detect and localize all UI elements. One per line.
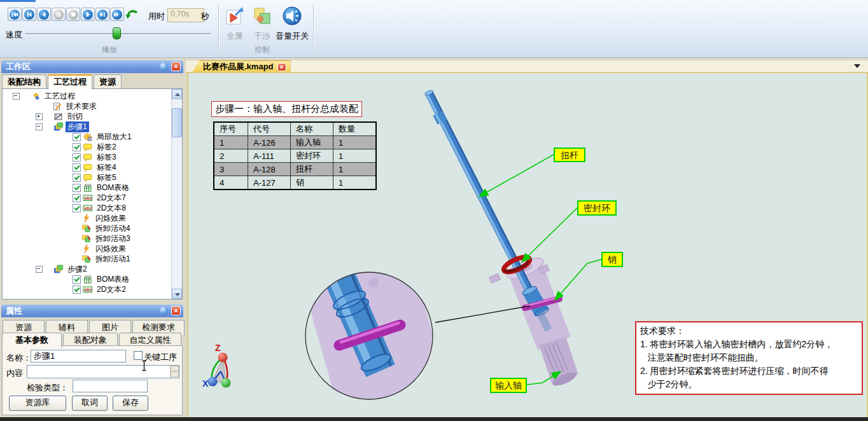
保存-button[interactable]: 保存 — [113, 396, 148, 411]
bom-cell: 4 — [214, 176, 248, 190]
axis-triad[interactable]: Z X — [202, 343, 231, 389]
tree-item-局部放大1[interactable]: 局部放大1 — [3, 132, 171, 142]
check-type-input[interactable] — [73, 380, 148, 392]
skip-start-button[interactable] — [8, 8, 22, 21]
tree-item-label: 步骤1 — [66, 121, 89, 132]
tree-item-标签5[interactable]: 标签5 — [3, 172, 171, 183]
tree-item-技术要求[interactable]: 技术要求 — [3, 101, 171, 111]
magnifier-leader-line — [435, 306, 530, 322]
tree-item-label: 闪烁效果 — [94, 244, 128, 254]
visibility-checkbox[interactable] — [73, 174, 81, 182]
fullscreen-button[interactable]: 全屏 — [221, 6, 248, 42]
tree-item-标签4[interactable]: 标签4 — [3, 162, 171, 172]
tree-item-label: 拆卸活动4 — [94, 223, 132, 234]
tree-item-标签2[interactable]: 标签2 — [3, 142, 171, 152]
visibility-checkbox[interactable] — [73, 275, 81, 284]
interference-button[interactable]: 干涉 — [250, 6, 274, 42]
prop-tab-基本参数[interactable]: 基本参数 — [2, 333, 62, 349]
tree-item-BOM表格[interactable]: BOMBOM表格 — [3, 274, 171, 284]
toolbar-separator — [313, 4, 314, 52]
bubble-icon — [83, 163, 92, 172]
tree-item-步骤2[interactable]: 步骤2 — [3, 264, 171, 274]
scrollbar-thumb[interactable] — [172, 108, 182, 137]
document-tab[interactable]: 比赛作品展.kmapd × — [192, 60, 291, 72]
bom-row: 4A-127销1 — [214, 176, 376, 190]
visibility-checkbox[interactable] — [73, 204, 81, 212]
visibility-checkbox[interactable] — [73, 163, 81, 172]
spinner-icon[interactable] — [170, 366, 179, 378]
visibility-checkbox[interactable] — [73, 184, 81, 192]
play-back-icon — [39, 10, 48, 19]
pause-icon — [54, 10, 63, 19]
tree-item-label: 工艺过程 — [43, 91, 77, 102]
tree-item-剖切[interactable]: 剖切 — [3, 111, 171, 121]
collapse-icon[interactable] — [36, 266, 43, 273]
bom-cell: A-111 — [248, 149, 291, 163]
3d-viewport[interactable]: Z X 步骤一：输入轴、扭杆分总成装配 序号代号名称数量1A-126输入轴12A… — [187, 72, 868, 418]
flash-icon — [81, 214, 91, 223]
tab-overflow-icon[interactable] — [854, 64, 860, 68]
skip-end-button[interactable] — [110, 8, 124, 21]
workspace-panel-header: 工作区 × — [1, 60, 183, 73]
bom-cell: 扭杆 — [291, 163, 333, 176]
play-button[interactable] — [81, 8, 95, 21]
tree-item-标签3[interactable]: 标签3 — [3, 152, 171, 162]
step-next-button[interactable] — [95, 8, 109, 21]
workspace-tab-装配结构[interactable]: 装配结构 — [2, 74, 46, 90]
input-shaft-housing[interactable] — [489, 254, 578, 388]
visibility-checkbox[interactable] — [73, 143, 81, 151]
scroll-up-icon[interactable] — [172, 89, 182, 99]
stop-button[interactable] — [66, 8, 80, 21]
properties-close-icon[interactable]: × — [171, 306, 181, 315]
tree-item-拆卸活动1[interactable]: 拆卸活动1 — [3, 254, 171, 264]
volume-toggle-button[interactable]: 音量开关 — [274, 6, 310, 42]
tree-item-拆卸活动3[interactable]: 拆卸活动3 — [3, 233, 171, 244]
window-bottom-edge — [0, 417, 868, 421]
tree-item-步骤1[interactable]: 步骤1 — [3, 121, 171, 132]
pause-button[interactable] — [52, 8, 66, 21]
elapsed-time-field[interactable]: 0.70s — [167, 8, 204, 22]
tree-item-BOM表格[interactable]: BOMBOM表格 — [3, 183, 171, 193]
scroll-down-icon[interactable] — [172, 289, 182, 299]
play-back-button[interactable] — [37, 8, 51, 21]
close-document-icon[interactable]: × — [277, 63, 286, 71]
loop-button[interactable] — [125, 8, 139, 21]
tree-item-2D文本8[interactable]: abc2D文本8 — [3, 203, 171, 213]
autohide-pin-icon[interactable] — [160, 307, 168, 315]
tech-requirement-line: 注意装配时密封环不能扭曲。 — [640, 351, 858, 364]
tree-item-label: 标签2 — [95, 142, 118, 153]
workspace-tab-资源[interactable]: 资源 — [94, 74, 122, 90]
bubble-icon — [83, 142, 92, 151]
part-label-input-shaft: 输入轴 — [490, 378, 527, 393]
tree-item-闪烁效果[interactable]: 闪烁效果 — [3, 244, 171, 254]
step-prev-button[interactable] — [22, 8, 36, 21]
tree-item-工艺过程[interactable]: 工艺过程 — [3, 91, 171, 101]
visibility-checkbox[interactable] — [73, 133, 81, 141]
collapse-icon[interactable] — [13, 93, 20, 100]
bom-icon: BOM — [83, 183, 92, 192]
visibility-checkbox[interactable] — [73, 153, 81, 162]
visibility-checkbox[interactable] — [73, 194, 81, 202]
expand-icon[interactable] — [36, 113, 43, 120]
speed-slider-thumb[interactable] — [113, 27, 121, 39]
tree-item-label: 步骤2 — [66, 264, 89, 275]
content-input[interactable] — [27, 365, 179, 378]
collapse-icon[interactable] — [36, 123, 43, 130]
tree-item-拆卸活动4[interactable]: 拆卸活动4 — [3, 223, 171, 233]
workspace-close-icon[interactable]: × — [171, 62, 181, 71]
资源库-button[interactable]: 资源库 — [9, 396, 66, 411]
key-process-checkbox[interactable] — [134, 351, 143, 360]
workspace-tab-工艺过程[interactable]: 工艺过程 — [48, 74, 92, 90]
tree-item-2D文本2[interactable]: abc2D文本2 — [3, 284, 171, 294]
autohide-pin-icon[interactable] — [160, 62, 168, 71]
name-input[interactable] — [31, 350, 126, 362]
key-process-label: 关键工序 — [144, 352, 177, 363]
part-label-pin: 销 — [601, 252, 623, 267]
part-label-torsion-bar: 扭杆 — [554, 148, 585, 162]
tree-scrollbar[interactable] — [171, 89, 182, 299]
visibility-checkbox[interactable] — [73, 286, 81, 294]
tree-item-闪烁效果[interactable]: 闪烁效果 — [3, 213, 171, 223]
取词-button[interactable]: 取词 — [72, 396, 108, 411]
tree-item-label: BOM表格 — [95, 183, 131, 193]
tree-item-2D文本7[interactable]: abc2D文本7 — [3, 193, 171, 203]
